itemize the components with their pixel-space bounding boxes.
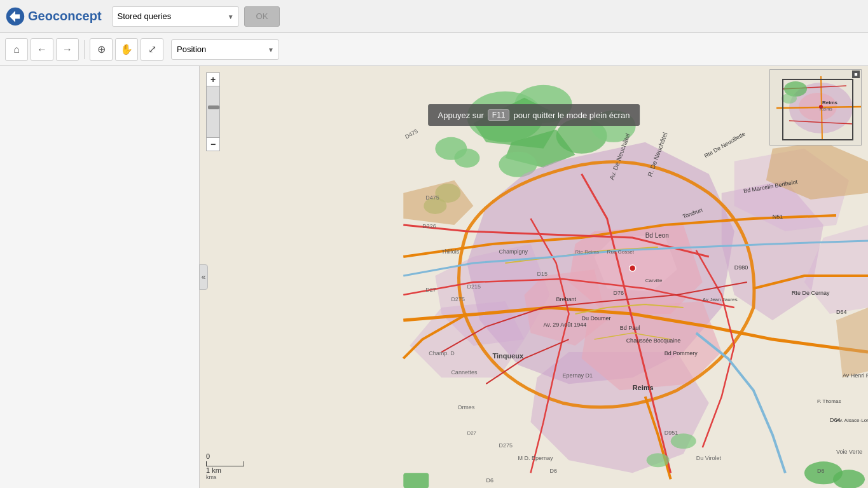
svg-text:Av Jean Jaures: Av Jean Jaures (703, 297, 738, 302)
svg-text:D27: D27 (467, 430, 476, 436)
svg-text:Av. Alsace-Lorraine: Av. Alsace-Lorraine (836, 417, 868, 423)
svg-point-28 (647, 453, 670, 467)
svg-text:D275: D275 (499, 442, 513, 449)
header: Geoconcept Stored queries ▼ OK (0, 0, 868, 33)
svg-text:Chaussée Bocquaine: Chaussée Bocquaine (626, 337, 681, 344)
svg-point-95 (782, 93, 797, 104)
svg-text:Tinqueux: Tinqueux (492, 352, 524, 360)
back-icon: ← (37, 44, 47, 55)
svg-text:Av Henri Farman: Av Henri Farman (843, 372, 868, 379)
svg-point-30 (833, 470, 865, 488)
zoom-in-button[interactable]: + (206, 72, 220, 86)
svg-text:Champigny: Champigny (499, 248, 528, 255)
toolbar-separator-1 (84, 40, 85, 59)
svg-text:P. Thomas: P. Thomas (817, 398, 841, 404)
svg-text:D475: D475 (425, 194, 439, 201)
svg-text:Rte De Cernay: Rte De Cernay (792, 290, 830, 296)
svg-text:Carville: Carville (645, 278, 663, 283)
fullscreen-icon: ⤢ (148, 43, 156, 55)
svg-text:Du Doumer: Du Doumer (582, 315, 611, 322)
svg-point-6 (454, 149, 479, 168)
tooltip-before-text: Appuyez sur (438, 111, 484, 120)
map-container[interactable]: Appuyez sur F11 pour quitter le mode ple… (200, 66, 868, 488)
position-select[interactable]: Position (171, 39, 279, 60)
logo-icon (5, 6, 25, 27)
mini-map-close-button[interactable]: ■ (852, 71, 860, 78)
add-button[interactable]: ⊕ (90, 38, 113, 61)
svg-text:Thillois: Thillois (441, 248, 460, 255)
home-button[interactable]: ⌂ (5, 38, 28, 61)
svg-text:D27: D27 (425, 287, 436, 293)
stored-queries-wrapper[interactable]: Stored queries ▼ (112, 6, 239, 27)
toolbar: ⌂ ← → ⊕ ✋ ⤢ Position ▼ (0, 33, 868, 66)
svg-text:N51: N51 (773, 214, 783, 220)
fullscreen-button[interactable]: ⤢ (141, 38, 163, 61)
stored-queries-select[interactable]: Stored queries (112, 6, 239, 27)
svg-text:Bd Paul: Bd Paul (620, 325, 640, 331)
zoom-slider[interactable] (206, 86, 220, 137)
svg-text:D275: D275 (451, 296, 465, 302)
svg-text:Brebant: Brebant (556, 296, 577, 302)
position-select-wrapper[interactable]: Position ▼ (171, 39, 279, 60)
svg-text:D76: D76 (614, 290, 624, 296)
svg-text:Bd Pommery: Bd Pommery (665, 350, 698, 356)
svg-text:Rte Reims: Rte Reims (575, 249, 599, 255)
svg-text:Bd Leon: Bd Leon (645, 232, 669, 239)
svg-text:D64: D64 (836, 309, 847, 315)
main: « Appuyez sur F11 pour quitter le mode p… (0, 66, 868, 488)
svg-text:D980: D980 (734, 264, 748, 271)
zoom-thumb (208, 105, 219, 109)
svg-text:D6: D6 (486, 477, 493, 484)
home-icon: ⌂ (13, 44, 20, 55)
forward-button[interactable]: → (56, 38, 79, 61)
collapse-button[interactable]: « (199, 264, 208, 290)
zoom-out-button[interactable]: − (206, 137, 220, 151)
zoom-controls: + − (206, 72, 220, 151)
svg-text:D15: D15 (537, 271, 548, 277)
scale-one-km-label: 1 km (206, 466, 221, 474)
tooltip-f11-key: F11 (488, 109, 510, 121)
svg-point-88 (630, 265, 636, 271)
logo-text: Geoconcept (28, 9, 102, 24)
tooltip-after-text: pour quitter le mode plein écran (514, 111, 630, 120)
svg-text:Reims: Reims (820, 107, 832, 111)
svg-text:D951: D951 (665, 430, 679, 436)
svg-text:Cannettes: Cannettes (451, 369, 478, 376)
svg-text:D215: D215 (467, 283, 481, 290)
scale-zero-label: 0 (206, 452, 210, 460)
left-panel: « (0, 66, 200, 488)
back-button[interactable]: ← (31, 38, 53, 61)
fullscreen-tooltip: Appuyez sur F11 pour quitter le mode ple… (428, 104, 640, 126)
svg-text:Reims: Reims (822, 100, 838, 105)
pan-button[interactable]: ✋ (115, 38, 138, 61)
svg-text:Rue Gosset: Rue Gosset (607, 249, 635, 255)
svg-text:Reims: Reims (633, 384, 654, 391)
svg-text:Voie Verte: Voie Verte (836, 449, 862, 455)
svg-text:D6: D6 (550, 468, 558, 474)
svg-rect-31 (403, 473, 429, 488)
svg-text:Ormes: Ormes (457, 404, 475, 410)
svg-text:D6: D6 (817, 468, 825, 474)
ok-button[interactable]: OK (244, 6, 280, 27)
collapse-icon: « (202, 273, 206, 281)
svg-text:D226: D226 (422, 223, 436, 229)
add-icon: ⊕ (97, 43, 106, 55)
map-svg[interactable]: Rte De Neucillette Bd Marcelin Berthelot… (200, 66, 868, 488)
svg-text:Champ.  D: Champ. D (429, 350, 455, 356)
svg-text:Du Virolet: Du Virolet (696, 455, 722, 461)
scale-ruler (206, 461, 244, 466)
svg-text:Epernay D1: Epernay D1 (563, 372, 593, 379)
svg-text:M D. Epernay: M D. Epernay (518, 455, 553, 461)
logo: Geoconcept (5, 6, 102, 27)
svg-text:Av. 29 Août 1944: Av. 29 Août 1944 (544, 322, 587, 328)
mini-map[interactable]: Reims Reims ■ (769, 69, 862, 146)
mini-map-svg: Reims Reims (770, 70, 862, 146)
pan-icon: ✋ (120, 43, 133, 55)
scale-bar: 0 1 km kms (206, 452, 244, 480)
forward-icon: → (62, 44, 72, 55)
